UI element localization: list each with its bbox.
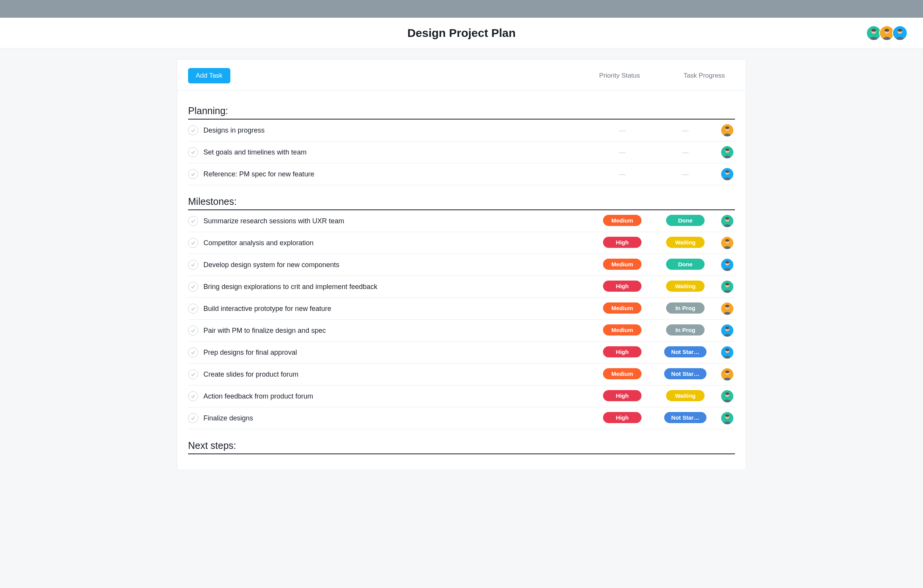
column-header-priority[interactable]: Priority Status [589,72,650,80]
progress-cell[interactable]: Not Star… [656,346,714,359]
assignee-cell[interactable] [720,346,735,359]
column-header-progress[interactable]: Task Progress [673,72,735,80]
task-title[interactable]: Bring design explorations to crit and im… [203,283,588,291]
priority-cell[interactable]: Medium [593,215,651,227]
progress-cell[interactable]: Done [656,259,714,271]
complete-check-icon[interactable] [188,391,198,401]
priority-cell[interactable]: — [593,148,651,156]
assignee-avatar[interactable] [721,237,733,249]
task-title[interactable]: Prep designs for final approval [203,349,588,357]
task-row[interactable]: Develop design system for new components… [188,254,735,276]
add-task-button[interactable]: Add Task [188,68,230,83]
assignee-cell[interactable] [720,215,735,227]
task-title[interactable]: Summarize research sessions with UXR tea… [203,217,588,225]
assignee-cell[interactable] [720,412,735,424]
complete-check-icon[interactable] [188,304,198,314]
task-title[interactable]: Set goals and timelines with team [203,148,588,156]
assignee-cell[interactable] [720,124,735,136]
priority-cell[interactable]: High [593,281,651,293]
progress-cell[interactable]: Not Star… [656,368,714,380]
priority-cell[interactable]: — [593,170,651,178]
priority-cell[interactable]: High [593,237,651,249]
assignee-avatar[interactable] [721,281,733,293]
progress-cell[interactable]: Done [656,215,714,227]
task-title[interactable]: Create slides for product forum [203,370,588,379]
task-row[interactable]: Pair with PM to finalize design and spec… [188,320,735,342]
progress-cell[interactable]: Waiting [656,237,714,249]
task-row[interactable]: Build interactive prototype for new feat… [188,298,735,320]
assignee-cell[interactable] [720,368,735,380]
task-row[interactable]: Create slides for product forumMediumNot… [188,364,735,385]
complete-check-icon[interactable] [188,169,198,179]
complete-check-icon[interactable] [188,413,198,423]
priority-cell[interactable]: High [593,390,651,402]
progress-cell[interactable]: — [656,126,714,135]
task-row[interactable]: Competitor analysis and explorationHighW… [188,232,735,254]
progress-cell[interactable]: In Prog [656,324,714,337]
task-row[interactable]: Reference: PM spec for new feature—— [188,163,735,185]
progress-cell[interactable]: In Prog [656,302,714,315]
task-title[interactable]: Reference: PM spec for new feature [203,170,588,178]
progress-cell[interactable]: Waiting [656,281,714,293]
task-row[interactable]: Set goals and timelines with team—— [188,141,735,163]
section-header[interactable]: Next steps: [188,429,735,454]
priority-cell[interactable]: — [593,126,651,135]
assignee-avatar[interactable] [721,259,733,271]
assignee-avatar[interactable] [721,390,733,402]
assignee-cell[interactable] [720,324,735,337]
assignee-avatar[interactable] [721,324,733,337]
progress-cell[interactable]: Waiting [656,390,714,402]
priority-cell[interactable]: Medium [593,302,651,315]
complete-check-icon[interactable] [188,147,198,157]
task-title[interactable]: Competitor analysis and exploration [203,239,588,247]
priority-cell[interactable]: Medium [593,368,651,380]
priority-cell[interactable]: Medium [593,259,651,271]
task-row[interactable]: Prep designs for final approvalHighNot S… [188,342,735,364]
progress-cell[interactable]: — [656,148,714,156]
assignee-cell[interactable] [720,146,735,158]
task-row[interactable]: Action feedback from product forumHighWa… [188,385,735,407]
priority-cell[interactable]: Medium [593,324,651,337]
assignee-avatar[interactable] [721,346,733,359]
complete-check-icon[interactable] [188,125,198,135]
assignee-avatar[interactable] [721,412,733,424]
task-row[interactable]: Bring design explorations to crit and im… [188,276,735,298]
task-title[interactable]: Develop design system for new components [203,261,588,269]
assignee-cell[interactable] [720,259,735,271]
assignee-cell[interactable] [720,390,735,402]
assignee-avatar[interactable] [721,368,733,380]
complete-check-icon[interactable] [188,369,198,379]
member-avatar[interactable] [892,25,908,41]
complete-check-icon[interactable] [188,347,198,357]
priority-cell[interactable]: High [593,412,651,424]
complete-check-icon[interactable] [188,238,198,248]
task-title[interactable]: Pair with PM to finalize design and spec [203,327,588,335]
progress-cell[interactable]: Not Star… [656,412,714,424]
section-header[interactable]: Planning: [188,95,735,120]
progress-pill: In Prog [666,324,705,336]
task-title[interactable]: Designs in progress [203,126,588,135]
assignee-cell[interactable] [720,237,735,249]
section-header[interactable]: Milestones: [188,185,735,210]
task-row[interactable]: Summarize research sessions with UXR tea… [188,210,735,232]
task-title[interactable]: Finalize designs [203,414,588,422]
complete-check-icon[interactable] [188,282,198,292]
project-members[interactable] [868,25,908,41]
assignee-avatar[interactable] [721,124,733,136]
assignee-avatar[interactable] [721,146,733,158]
task-row[interactable]: Finalize designsHighNot Star… [188,407,735,429]
task-row[interactable]: Designs in progress—— [188,120,735,141]
task-title[interactable]: Action feedback from product forum [203,392,588,400]
complete-check-icon[interactable] [188,216,198,226]
assignee-cell[interactable] [720,302,735,315]
complete-check-icon[interactable] [188,326,198,336]
priority-cell[interactable]: High [593,346,651,359]
task-title[interactable]: Build interactive prototype for new feat… [203,305,588,313]
assignee-cell[interactable] [720,281,735,293]
assignee-avatar[interactable] [721,302,733,315]
assignee-avatar[interactable] [721,168,733,180]
progress-cell[interactable]: — [656,170,714,178]
assignee-avatar[interactable] [721,215,733,227]
complete-check-icon[interactable] [188,260,198,270]
assignee-cell[interactable] [720,168,735,180]
